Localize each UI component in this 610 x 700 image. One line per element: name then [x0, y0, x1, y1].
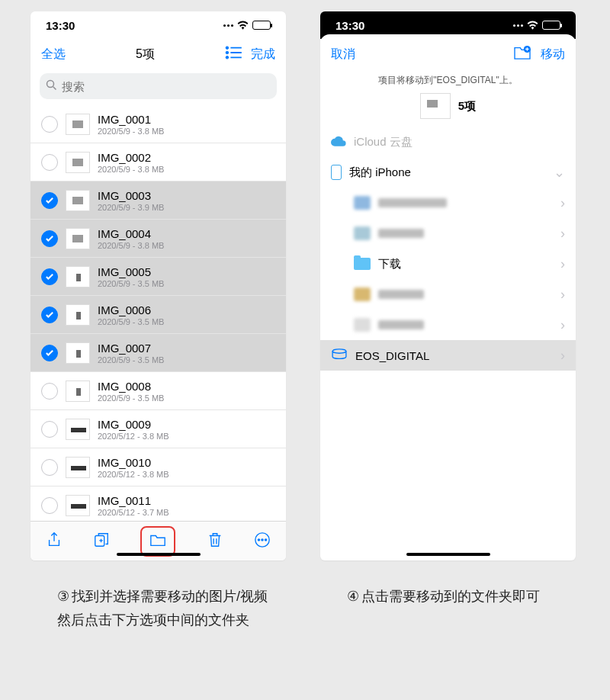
- location-label: 我的 iPhone: [349, 165, 411, 180]
- location-folder-1[interactable]: ›: [320, 188, 576, 218]
- folder-label-redacted: [378, 320, 424, 329]
- folder-label-redacted: [378, 229, 424, 238]
- search-icon: [46, 79, 57, 94]
- file-meta: 2020/5/12 - 3.7 MB: [98, 508, 275, 517]
- file-thumbnail: [66, 114, 90, 135]
- done-button[interactable]: 完成: [251, 47, 275, 63]
- file-meta: 2020/5/9 - 3.5 MB: [98, 355, 275, 364]
- file-row[interactable]: IMG_00022020/5/9 - 3.8 MB: [30, 143, 286, 181]
- file-row[interactable]: IMG_00052020/5/9 - 3.5 MB: [30, 258, 286, 296]
- file-name: IMG_0011: [98, 494, 275, 508]
- file-row[interactable]: IMG_00042020/5/9 - 3.8 MB: [30, 220, 286, 258]
- file-row[interactable]: IMG_00092020/5/12 - 3.8 MB: [30, 410, 286, 448]
- file-row[interactable]: IMG_00082020/5/9 - 3.5 MB: [30, 372, 286, 410]
- search-bar[interactable]: [40, 73, 277, 99]
- svg-point-12: [265, 538, 266, 540]
- svg-point-11: [262, 538, 263, 540]
- checkbox[interactable]: [41, 459, 58, 476]
- location-icloud: iCloud 云盘: [320, 127, 576, 157]
- more-button[interactable]: [254, 531, 271, 551]
- move-destination-info: 项目将移动到"EOS_DIGITAL"上。: [320, 74, 576, 87]
- location-label: 下载: [378, 257, 401, 271]
- file-row[interactable]: IMG_00012020/5/9 - 3.8 MB: [30, 105, 286, 143]
- file-info: IMG_00032020/5/9 - 3.9 MB: [98, 189, 275, 212]
- file-info: IMG_00022020/5/9 - 3.8 MB: [98, 151, 275, 174]
- chevron-right-icon: ›: [560, 195, 565, 211]
- file-name: IMG_0003: [98, 189, 275, 203]
- file-info: IMG_00072020/5/9 - 3.5 MB: [98, 342, 275, 364]
- wifi-icon: [527, 19, 538, 32]
- file-row[interactable]: IMG_00072020/5/9 - 3.5 MB: [30, 334, 286, 372]
- step-text: 找到并选择需要移动的图片/视频然后点击下方选项中间的文件夹: [57, 589, 268, 628]
- checkbox[interactable]: [41, 497, 58, 514]
- file-meta: 2020/5/9 - 3.5 MB: [98, 393, 275, 403]
- svg-point-2: [226, 51, 229, 54]
- file-name: IMG_0007: [98, 342, 275, 355]
- file-thumbnail: [66, 190, 90, 211]
- cancel-button[interactable]: 取消: [331, 47, 355, 63]
- delete-button[interactable]: [207, 531, 223, 551]
- navbar: 全选 5项 完成: [30, 39, 286, 69]
- location-folder-4[interactable]: ›: [320, 310, 576, 340]
- checkbox[interactable]: [41, 383, 58, 400]
- svg-point-6: [47, 80, 54, 87]
- checkbox[interactable]: [41, 421, 58, 438]
- file-row[interactable]: IMG_00102020/5/12 - 3.8 MB: [30, 448, 286, 486]
- external-drive-icon: [331, 348, 348, 363]
- move-button[interactable]: 移动: [541, 47, 565, 63]
- file-row[interactable]: IMG_00112020/5/12 - 3.7 MB: [30, 486, 286, 525]
- file-thumbnail: [66, 495, 90, 516]
- view-list-icon[interactable]: [225, 46, 242, 63]
- chevron-right-icon: ›: [560, 287, 565, 303]
- file-meta: 2020/5/9 - 3.5 MB: [98, 317, 275, 326]
- svg-point-0: [226, 47, 229, 50]
- file-name: IMG_0001: [98, 113, 275, 127]
- svg-point-10: [258, 538, 259, 540]
- status-time: 13:30: [336, 19, 364, 32]
- file-thumbnail: [66, 152, 90, 173]
- location-folder-3[interactable]: ›: [320, 279, 576, 310]
- location-label: EOS_DIGITAL: [355, 349, 429, 362]
- file-thumbnail: [66, 266, 90, 287]
- folder-icon: [354, 287, 371, 301]
- file-thumbnail: [66, 419, 90, 440]
- file-name: IMG_0002: [98, 151, 275, 165]
- checkbox[interactable]: [41, 230, 58, 247]
- file-meta: 2020/5/9 - 3.9 MB: [98, 203, 275, 212]
- chevron-right-icon: ›: [560, 348, 565, 364]
- file-row[interactable]: IMG_00062020/5/9 - 3.5 MB: [30, 296, 286, 334]
- file-row[interactable]: IMG_00032020/5/9 - 3.9 MB: [30, 181, 286, 220]
- svg-point-14: [332, 348, 346, 352]
- checkbox[interactable]: [41, 345, 58, 361]
- checkbox[interactable]: [41, 268, 58, 285]
- step-number: ③: [57, 585, 69, 608]
- file-info: IMG_00052020/5/9 - 3.5 MB: [98, 265, 275, 288]
- checkbox[interactable]: [41, 307, 58, 323]
- location-downloads[interactable]: 下载 ›: [320, 249, 576, 279]
- chevron-down-icon: ⌄: [554, 164, 565, 181]
- new-folder-icon[interactable]: [513, 45, 531, 63]
- file-info: IMG_00012020/5/9 - 3.8 MB: [98, 113, 275, 136]
- step-text: 点击需要移动到的文件夹即可: [361, 589, 540, 604]
- move-to-folder-button[interactable]: [140, 526, 175, 557]
- checkbox[interactable]: [41, 116, 58, 133]
- checkbox[interactable]: [41, 154, 58, 171]
- icloud-icon: [331, 136, 346, 149]
- file-info: IMG_00112020/5/12 - 3.7 MB: [98, 494, 275, 517]
- duplicate-button[interactable]: [93, 531, 110, 551]
- battery-icon: [542, 21, 560, 30]
- file-meta: 2020/5/9 - 3.8 MB: [98, 127, 275, 136]
- location-my-iphone[interactable]: 我的 iPhone ⌄: [320, 157, 576, 188]
- location-eos-digital[interactable]: EOS_DIGITAL ›: [320, 340, 576, 371]
- select-all-button[interactable]: 全选: [41, 47, 66, 63]
- share-button[interactable]: [46, 531, 63, 551]
- file-thumbnail: [66, 457, 90, 478]
- file-name: IMG_0009: [98, 418, 275, 432]
- file-thumbnail: [66, 304, 90, 326]
- file-info: IMG_00062020/5/9 - 3.5 MB: [98, 303, 275, 326]
- checkbox[interactable]: [41, 192, 58, 209]
- location-folder-2[interactable]: ›: [320, 218, 576, 249]
- phone-files-select: 13:30 全选 5项 完成 IMG_00012020/5/9 - 3.8 MB…: [30, 11, 286, 560]
- search-input[interactable]: [62, 80, 271, 93]
- chevron-right-icon: ›: [560, 317, 565, 333]
